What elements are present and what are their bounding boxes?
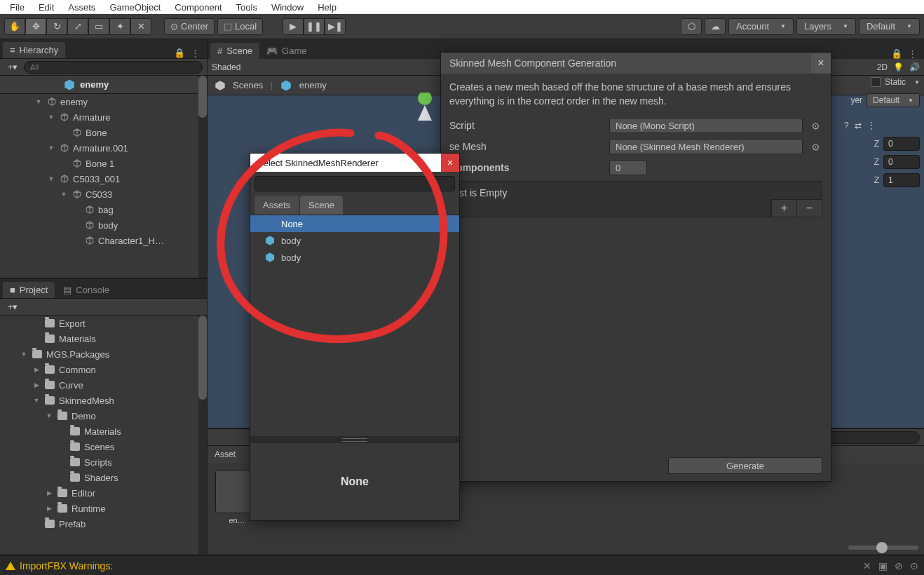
hierarchy-item[interactable]: ▼C5033_001 (0, 171, 207, 187)
project-folder[interactable]: ▶Editor (0, 485, 207, 501)
project-folder[interactable]: Export (0, 316, 207, 331)
hierarchy-item[interactable]: ▼C5033 (0, 187, 207, 202)
layers-dropdown[interactable]: Layers▼ (796, 18, 856, 35)
step-button[interactable]: ▶❚ (325, 18, 346, 35)
project-folder[interactable]: ▼SkinnedMesh (0, 393, 207, 408)
game-tab[interactable]: 🎮Game (259, 43, 313, 59)
picker-splitter[interactable] (250, 436, 459, 443)
status-icon[interactable]: ⊙ (910, 560, 918, 571)
status-icon[interactable]: ▣ (878, 560, 888, 571)
project-folder[interactable]: ▶Runtime (0, 501, 207, 516)
rect-tool-button[interactable]: ▭ (88, 18, 109, 35)
menu-edit[interactable]: Edit (32, 2, 61, 13)
shading-dropdown[interactable]: Shaded (212, 62, 240, 72)
transform-z-input[interactable] (883, 155, 920, 169)
mode-2d-button[interactable]: 2D (877, 62, 888, 72)
breadcrumb-enemy[interactable]: enemy (299, 80, 327, 90)
project-create-button[interactable]: +▾ (4, 301, 21, 313)
picker-item[interactable]: body (250, 249, 459, 266)
project-folder[interactable]: Shaders (0, 470, 207, 485)
create-button[interactable]: +▾ (4, 61, 21, 74)
menu-gameobject[interactable]: GameObject (102, 2, 168, 13)
project-folder[interactable]: Materials (0, 331, 207, 346)
menu-tools[interactable]: Tools (229, 2, 264, 13)
project-folder[interactable]: ▼MGS.Packages (0, 346, 207, 362)
hand-tool-button[interactable]: ✋ (4, 18, 25, 35)
expand-icon[interactable]: ▼ (59, 191, 69, 198)
project-tab[interactable]: ■Project (3, 282, 55, 298)
status-icon[interactable]: ⊘ (895, 560, 903, 571)
status-icon[interactable]: ✕ (863, 560, 871, 571)
base-mesh-field[interactable]: None (Skinned Mesh Renderer) (609, 139, 803, 154)
help-icon[interactable]: ? (844, 121, 849, 130)
move-tool-button[interactable]: ✥ (25, 18, 46, 35)
picker-search-input[interactable] (254, 176, 455, 191)
collab-button[interactable]: ⬡ (681, 18, 702, 35)
expand-icon[interactable]: ▼ (34, 98, 43, 105)
project-folder[interactable]: Scripts (0, 454, 207, 470)
script-field[interactable]: None (Mono Script) (609, 118, 803, 133)
scene-tab[interactable]: #Scene (210, 43, 259, 59)
status-text[interactable]: ImportFBX Warnings: (20, 560, 113, 571)
hierarchy-item[interactable]: ▼enemy (0, 94, 207, 109)
hierarchy-item[interactable]: bag (0, 202, 207, 217)
project-scrollbar[interactable] (198, 316, 207, 554)
components-count-field[interactable]: 0 (609, 160, 647, 175)
expand-icon[interactable]: ▶ (32, 366, 41, 373)
menu-component[interactable]: Component (168, 2, 229, 13)
close-button[interactable]: × (811, 53, 831, 73)
hierarchy-search-input[interactable] (24, 61, 203, 74)
layout-dropdown[interactable]: Default▼ (859, 18, 920, 35)
rotate-tool-button[interactable]: ↻ (46, 18, 67, 35)
cloud-button[interactable]: ☁ (705, 18, 726, 35)
picker-tab-assets[interactable]: Assets (254, 196, 299, 215)
expand-icon[interactable]: ▼ (32, 397, 41, 404)
hierarchy-item[interactable]: Bone (0, 125, 207, 140)
project-folder[interactable]: Prefab (0, 516, 207, 532)
expand-icon[interactable]: ▼ (46, 175, 56, 182)
menu-help[interactable]: Help (311, 2, 344, 13)
object-picker-icon[interactable]: ⊙ (808, 139, 822, 154)
picker-titlebar[interactable]: Select SkinnedMeshRenderer × (250, 154, 459, 172)
project-folder[interactable]: ▼Demo (0, 408, 207, 424)
lock-icon[interactable]: 🔒 (174, 48, 185, 58)
hierarchy-item[interactable]: Bone 1 (0, 156, 207, 171)
expand-icon[interactable]: ▶ (32, 381, 41, 388)
project-folder[interactable]: Scenes (0, 439, 207, 454)
expand-icon[interactable]: ▶ (45, 489, 53, 496)
kebab-icon[interactable]: ⋮ (191, 48, 200, 58)
picker-item[interactable]: None (250, 215, 459, 232)
play-button[interactable]: ▶ (283, 18, 304, 35)
window-titlebar[interactable]: Skinned Mesh Component Generation × (441, 53, 831, 74)
pause-button[interactable]: ❚❚ (304, 18, 325, 35)
asset-size-slider[interactable] (848, 546, 918, 550)
breadcrumb-scenes[interactable]: Scenes (233, 80, 263, 90)
hierarchy-tab[interactable]: ≡Hierarchy (3, 42, 65, 58)
project-folder[interactable]: ▶Common (0, 362, 207, 377)
hierarchy-item[interactable]: ▼Armature (0, 109, 207, 125)
close-button[interactable]: × (441, 154, 459, 172)
scene-header[interactable]: enemy (0, 76, 207, 94)
console-tab[interactable]: ▤Console (56, 282, 116, 298)
chevron-down-icon[interactable]: ▼ (914, 79, 920, 86)
account-dropdown[interactable]: Account▼ (728, 18, 794, 35)
hierarchy-item[interactable]: body (0, 217, 207, 233)
menu-file[interactable]: File (3, 2, 32, 13)
pivot-mode-button[interactable]: ⊙Center (164, 18, 215, 35)
transform-z-input[interactable] (883, 173, 920, 187)
kebab-icon[interactable]: ⋮ (908, 48, 917, 59)
menu-assets[interactable]: Assets (61, 2, 102, 13)
expand-icon[interactable]: ▼ (46, 144, 56, 151)
lock-icon[interactable]: 🔒 (891, 48, 902, 59)
object-picker-icon[interactable]: ⊙ (808, 118, 822, 133)
kebab-icon[interactable]: ⋮ (867, 121, 876, 130)
hierarchy-scrollbar[interactable] (198, 76, 207, 278)
project-folder[interactable]: ▶Curve (0, 377, 207, 393)
handle-rotation-button[interactable]: ⬚Local (217, 18, 263, 35)
expand-icon[interactable]: ▼ (45, 412, 53, 419)
hierarchy-item[interactable]: Character1_H… (0, 233, 207, 248)
generate-button[interactable]: Generate (668, 457, 822, 474)
hierarchy-item[interactable]: ▼Armature.001 (0, 140, 207, 156)
picker-tab-scene[interactable]: Scene (300, 196, 343, 215)
layer-dropdown[interactable]: Default▼ (867, 93, 920, 107)
